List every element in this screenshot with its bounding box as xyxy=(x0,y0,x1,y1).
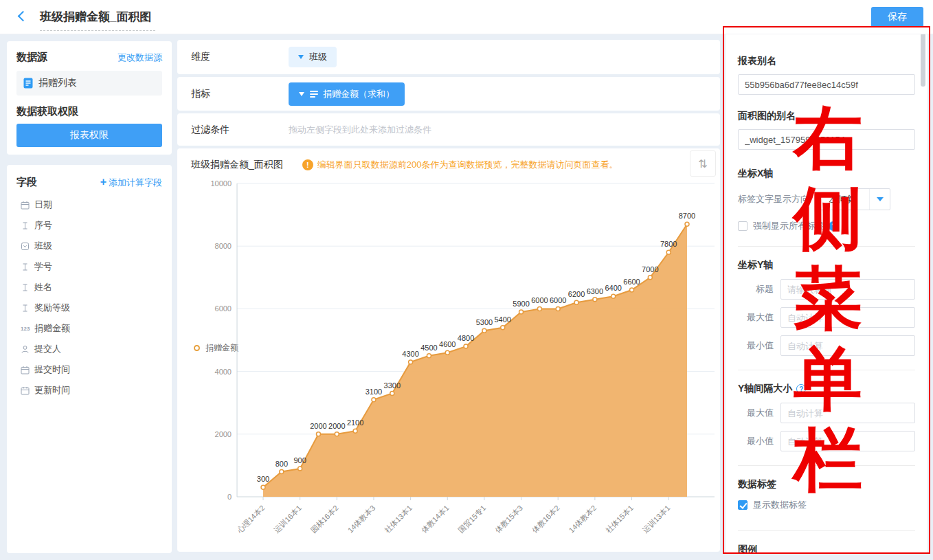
settings-panel: 报表别名 面积图的别名 坐标X轴 标签文字显示方向 左倾斜 强制显示所有标签 ?… xyxy=(726,30,928,553)
dimension-pill[interactable]: 班级 xyxy=(289,47,337,67)
data-label: 4300 xyxy=(402,350,418,358)
y-axis-tick-label: 4000 xyxy=(215,368,232,376)
interval-max-input[interactable] xyxy=(780,403,915,423)
data-point[interactable] xyxy=(335,432,339,436)
show-data-labels-label: 显示数据标签 xyxy=(753,499,807,511)
field-item[interactable]: 提交人 xyxy=(16,339,162,359)
metric-pill[interactable]: 捐赠金额（求和） xyxy=(289,82,405,106)
chart-plot: 0200040006000800010000300800900200020002… xyxy=(177,176,720,547)
field-item-label: 序号 xyxy=(34,219,52,232)
area-alias-input[interactable] xyxy=(738,129,915,150)
data-point[interactable] xyxy=(353,429,357,433)
data-label: 300 xyxy=(257,475,269,483)
data-point[interactable] xyxy=(648,276,652,280)
data-point[interactable] xyxy=(537,306,541,311)
x-axis-label: 14体教本3 xyxy=(346,504,377,535)
data-point[interactable] xyxy=(685,222,689,226)
fields-card: 字段 +添加计算字段 日期序号班级学号姓名奖励等级123捐赠金额提交人提交时间更… xyxy=(7,165,172,553)
x-axis-label: 运训16本1 xyxy=(272,504,303,535)
data-point[interactable] xyxy=(372,398,376,402)
aggregate-icon xyxy=(310,91,318,98)
info-icon[interactable]: ? xyxy=(829,221,838,231)
field-item[interactable]: 班级 xyxy=(16,236,162,256)
data-point[interactable] xyxy=(390,392,394,396)
save-button[interactable]: 保存 xyxy=(871,7,923,27)
report-permission-button[interactable]: 报表权限 xyxy=(16,124,162,147)
label-direction-select[interactable]: 左倾斜 xyxy=(815,188,890,210)
field-item[interactable]: 提交时间 xyxy=(16,359,162,380)
data-point[interactable] xyxy=(280,470,284,474)
data-point[interactable] xyxy=(666,250,671,254)
scrollbar-thumb[interactable] xyxy=(921,33,925,87)
field-item[interactable]: 奖励等级 xyxy=(16,298,162,318)
field-list: 日期序号班级学号姓名奖励等级123捐赠金额提交人提交时间更新时间 xyxy=(16,194,162,401)
datasource-item[interactable]: 捐赠列表 xyxy=(16,71,162,96)
data-point[interactable] xyxy=(316,432,320,436)
data-permission-title: 数据获取权限 xyxy=(16,105,162,118)
help-icon[interactable]: ? xyxy=(796,384,806,394)
data-label: 6300 xyxy=(587,287,603,295)
field-item-label: 提交时间 xyxy=(34,363,70,376)
field-item-label: 姓名 xyxy=(34,281,52,293)
data-point[interactable] xyxy=(464,344,468,348)
field-item-label: 班级 xyxy=(34,240,52,252)
filter-row[interactable]: 过滤条件 拖动左侧字段到此处来添加过滤条件 xyxy=(177,113,720,146)
y-max-input[interactable] xyxy=(780,307,915,328)
metric-row: 指标 捐赠金额（求和） xyxy=(177,77,720,111)
data-point[interactable] xyxy=(501,326,505,330)
data-label: 2000 xyxy=(328,422,345,430)
x-axis-label: 社体15本1 xyxy=(604,504,635,535)
data-label: 6400 xyxy=(605,284,621,292)
filter-placeholder: 拖动左侧字段到此处来添加过滤条件 xyxy=(289,124,431,136)
data-point[interactable] xyxy=(298,467,302,471)
x-axis-label: 园林16本2 xyxy=(309,504,340,535)
app-window: 班级捐赠金额_面积图 保存 数据源 更改数据源 捐赠列表 数据获取权限 报表权限… xyxy=(0,0,933,560)
interval-max-label: 最大值 xyxy=(738,407,774,419)
data-point[interactable] xyxy=(519,310,524,314)
y-min-input[interactable] xyxy=(780,335,915,356)
y-axis-tick-label: 10000 xyxy=(210,179,232,188)
field-item[interactable]: 学号 xyxy=(16,256,162,277)
warning-text: 编辑界面只取数据源前200条作为查询数据预览，完整数据请访问页面查看。 xyxy=(317,159,618,171)
data-point[interactable] xyxy=(261,485,265,489)
data-point[interactable] xyxy=(427,354,431,358)
data-point[interactable] xyxy=(611,294,616,298)
document-icon xyxy=(23,78,33,89)
add-calc-field-link[interactable]: +添加计算字段 xyxy=(100,176,162,189)
y-title-input[interactable] xyxy=(780,279,915,300)
data-point[interactable] xyxy=(482,328,486,333)
show-data-labels-checkbox[interactable] xyxy=(738,500,747,510)
data-point[interactable] xyxy=(630,288,634,292)
area-fill xyxy=(263,224,687,497)
interval-min-input[interactable] xyxy=(780,431,915,451)
area-alias-title: 面积图的别名 xyxy=(738,110,915,122)
force-labels-checkbox[interactable] xyxy=(738,221,747,231)
sort-button[interactable]: ⇅ xyxy=(690,150,716,177)
data-point[interactable] xyxy=(445,350,449,355)
field-item[interactable]: 日期 xyxy=(16,194,162,215)
data-point[interactable] xyxy=(409,360,413,364)
field-item[interactable]: 更新时间 xyxy=(16,380,162,401)
field-item[interactable]: 序号 xyxy=(16,215,162,236)
report-alias-input[interactable] xyxy=(738,74,915,95)
x-axis-label: 体教16本2 xyxy=(530,504,561,535)
chevron-down-icon[interactable] xyxy=(869,189,890,210)
number-icon: 123 xyxy=(21,326,34,332)
preview-warning: ! 编辑界面只取数据源前200条作为查询数据预览，完整数据请访问页面查看。 xyxy=(302,159,618,171)
field-item[interactable]: 123捐赠金额 xyxy=(16,318,162,339)
data-label: 3100 xyxy=(366,388,382,396)
back-icon[interactable] xyxy=(18,12,26,20)
text-icon xyxy=(21,221,34,230)
y-min-label: 最小值 xyxy=(738,339,774,352)
data-point[interactable] xyxy=(556,306,560,311)
panel-scrollbar[interactable] xyxy=(921,33,925,550)
sort-icon: ⇅ xyxy=(698,157,707,170)
field-item[interactable]: 姓名 xyxy=(16,277,162,298)
data-point[interactable] xyxy=(574,300,578,304)
data-label: 4500 xyxy=(420,344,437,352)
divider xyxy=(738,530,915,531)
data-point[interactable] xyxy=(593,298,597,302)
change-datasource-link[interactable]: 更改数据源 xyxy=(117,52,162,64)
data-label: 2000 xyxy=(310,422,326,430)
person-icon xyxy=(21,345,34,354)
